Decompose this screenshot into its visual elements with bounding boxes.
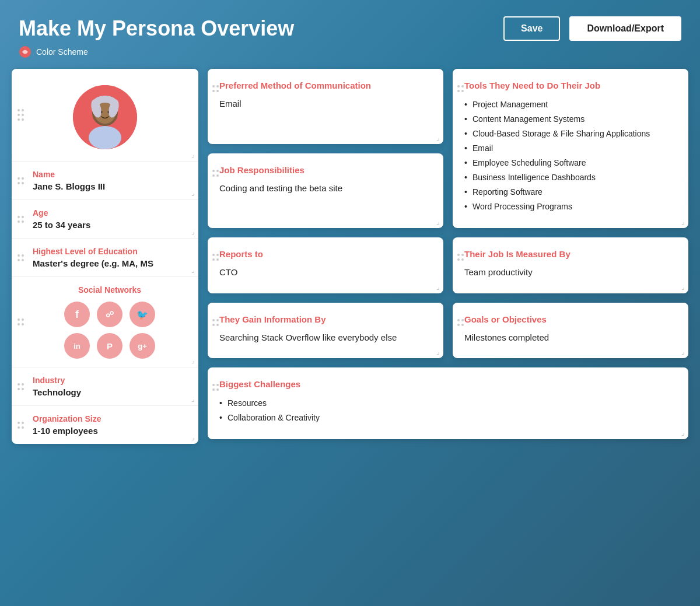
job-resp-card: Job Responsibilities Coding and testing … [208, 153, 443, 229]
comm-value: Email [219, 97, 432, 111]
tools-card: Tools They Need to Do Their Job Project … [453, 69, 688, 228]
resize-handle-name[interactable]: ⌟ [191, 189, 195, 197]
resize-handle-challenges[interactable]: ⌟ [681, 429, 685, 437]
list-item: Word Processing Programs [464, 199, 677, 214]
resize-handle-age[interactable]: ⌟ [191, 227, 195, 236]
org-size-value: 1-10 employees [33, 426, 187, 436]
challenges-title: Biggest Challenges [219, 379, 677, 389]
gain-info-value: Searching Stack Overflow like everybody … [219, 331, 432, 345]
twitter-icon[interactable]: 🐦 [130, 302, 155, 327]
resize-handle[interactable]: ⌟ [191, 150, 195, 159]
social-label: Social Networks [33, 285, 187, 295]
drag-handle-name [18, 177, 24, 184]
age-label: Age [33, 208, 187, 218]
googleplus-icon[interactable]: g+ [130, 333, 155, 359]
list-item: Cloud-Based Storage & File Sharing Appli… [464, 127, 677, 141]
industry-label: Industry [33, 376, 187, 385]
page-title: Make My Persona Overview [19, 16, 294, 41]
facebook-icon[interactable]: f [64, 302, 90, 327]
reports-card: Reports to CTO ⌟ [208, 237, 443, 293]
resize-handle-tools[interactable]: ⌟ [681, 218, 685, 226]
right-grid: Preferred Method of Communication Email … [208, 69, 688, 439]
pinterest-icon[interactable]: P [97, 333, 123, 359]
resize-handle-org[interactable]: ⌟ [191, 433, 195, 442]
color-scheme-icon [19, 45, 32, 58]
save-button[interactable]: Save [503, 16, 560, 41]
measured-title: Their Job Is Measured By [464, 249, 677, 259]
list-item: Collaboration & Creativity [219, 411, 677, 425]
resize-handle-reports[interactable]: ⌟ [436, 283, 440, 291]
resize-handle-measured[interactable]: ⌟ [681, 283, 685, 291]
resize-handle-social[interactable]: ⌟ [191, 356, 195, 365]
drag-handle-measured [457, 254, 464, 261]
age-value: 25 to 34 years [33, 220, 187, 230]
tools-title: Tools They Need to Do Their Job [464, 80, 677, 90]
industry-value: Technology [33, 387, 187, 397]
resize-handle-job-resp[interactable]: ⌟ [436, 218, 440, 226]
education-value: Master's degree (e.g. MA, MS [33, 258, 187, 268]
tools-list: Project Management Content Management Sy… [464, 97, 677, 214]
resize-handle-comm[interactable]: ⌟ [436, 134, 440, 142]
list-item: Business Intelligence Dashboards [464, 170, 677, 185]
header-actions: Save Download/Export [503, 16, 681, 41]
list-item: Employee Scheduling Software [464, 156, 677, 170]
gain-info-card: They Gain Information By Searching Stack… [208, 303, 443, 359]
gain-info-title: They Gain Information By [219, 314, 432, 324]
measured-value: Team productivity [464, 266, 677, 279]
challenges-list: Resources Collaboration & Creativity [219, 396, 677, 425]
sub-header: Color Scheme [0, 41, 700, 69]
svg-point-2 [89, 126, 121, 149]
name-block: Name Jane S. Bloggs III ⌟ [12, 162, 198, 200]
goals-card: Goals or Objectives Milestones completed… [453, 303, 688, 359]
resize-handle-gain-info[interactable]: ⌟ [436, 348, 440, 356]
list-item: Content Management Systems [464, 112, 677, 127]
drag-handle-job-resp [212, 170, 219, 177]
linkedin-icon[interactable]: in [64, 333, 90, 359]
drag-handle-tools [457, 85, 464, 92]
list-item: Project Management [464, 97, 677, 112]
reports-value: CTO [219, 266, 432, 279]
drag-handle-challenges [212, 384, 219, 391]
org-size-block: Organization Size 1-10 employees ⌟ [12, 406, 198, 444]
list-item: Resources [219, 396, 677, 411]
download-button[interactable]: Download/Export [569, 16, 681, 41]
instagram-icon[interactable]: ☍ [97, 302, 123, 327]
drag-handle-comm [212, 85, 219, 92]
drag-handle-avatar [18, 109, 24, 121]
org-size-label: Organization Size [33, 414, 187, 423]
goals-title: Goals or Objectives [464, 314, 677, 324]
social-section: Social Networks f ☍ 🐦 in P g+ ⌟ [12, 277, 198, 367]
resize-handle-edu[interactable]: ⌟ [191, 266, 195, 274]
social-icons: f ☍ 🐦 in P g+ [33, 302, 187, 359]
age-block: Age 25 to 34 years ⌟ [12, 200, 198, 239]
color-scheme-label: Color Scheme [36, 47, 88, 57]
main-content: ⌟ Name Jane S. Bloggs III ⌟ Age 25 to 34… [0, 69, 700, 456]
social-row-2: in P g+ [64, 333, 155, 359]
drag-handle-reports [212, 254, 219, 261]
comm-card: Preferred Method of Communication Email … [208, 69, 443, 144]
avatar [73, 85, 137, 149]
job-resp-value: Coding and testing the beta site [219, 182, 432, 195]
education-label: Highest Level of Education [33, 247, 187, 256]
education-block: Highest Level of Education Master's degr… [12, 239, 198, 277]
measured-card: Their Job Is Measured By Team productivi… [453, 237, 688, 293]
drag-handle-gain-info [212, 319, 219, 326]
name-value: Jane S. Bloggs III [33, 181, 187, 191]
list-item: Reporting Software [464, 185, 677, 199]
job-resp-title: Job Responsibilities [219, 165, 432, 175]
left-panel: ⌟ Name Jane S. Bloggs III ⌟ Age 25 to 34… [12, 69, 198, 444]
industry-block: Industry Technology ⌟ [12, 367, 198, 406]
challenges-card: Biggest Challenges Resources Collaborati… [208, 367, 688, 439]
drag-handle-org [18, 422, 24, 429]
resize-handle-goals[interactable]: ⌟ [681, 348, 685, 356]
drag-handle-industry [18, 383, 24, 390]
drag-handle-goals [457, 319, 464, 326]
reports-title: Reports to [219, 249, 432, 259]
drag-handle-edu [18, 254, 24, 261]
drag-handle-age [18, 216, 24, 223]
avatar-section: ⌟ [12, 69, 198, 162]
resize-handle-industry[interactable]: ⌟ [191, 395, 195, 403]
comm-title: Preferred Method of Communication [219, 80, 432, 90]
list-item: Email [464, 141, 677, 156]
social-row-1: f ☍ 🐦 [64, 302, 155, 327]
